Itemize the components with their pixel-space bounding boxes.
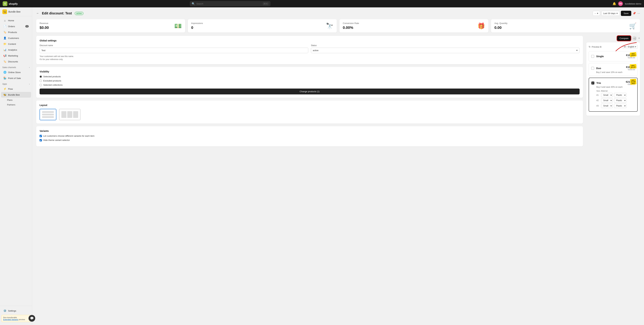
- sales-channels-label: Sales channels: [2, 66, 16, 68]
- refresh-icon[interactable]: ↻: [589, 46, 591, 48]
- back-button[interactable]: ←: [36, 12, 39, 15]
- sidebar-item-customers[interactable]: 👤 Customers: [1, 35, 31, 41]
- status-label: Status: [311, 44, 580, 46]
- visibility-option-selected-products[interactable]: Selected products: [40, 75, 580, 78]
- trio-variants: Size, Material #1 Small Plastic #2 Small…: [591, 90, 635, 108]
- search-input[interactable]: [196, 2, 262, 5]
- discount-name-input[interactable]: [40, 48, 308, 53]
- sidebar-item-label: Customers: [8, 37, 19, 40]
- radio-selected-collections[interactable]: [40, 84, 42, 86]
- global-settings-title: Global settings: [40, 39, 580, 42]
- sidebar-item-partners[interactable]: Partners: [1, 102, 31, 107]
- sidebar-item-orders[interactable]: 📄 Orders 4: [1, 24, 31, 29]
- change-products-button[interactable]: Change products (1): [40, 88, 580, 94]
- status-select[interactable]: active inactive: [311, 48, 580, 53]
- sidebar-item-label: Orders: [8, 25, 15, 28]
- avatar[interactable]: BN: [618, 1, 623, 6]
- topbar-right: 🔔 BN bundlebee-demo: [612, 1, 641, 6]
- trio-size-select-1[interactable]: Small: [601, 93, 613, 97]
- sidebar-brand: 🐝 Bundle Bee: [0, 8, 32, 16]
- shopify-logo: S shopify: [3, 1, 18, 6]
- add-preview-button[interactable]: +: [638, 36, 640, 40]
- sidebar-item-products[interactable]: 🏷️ Products: [1, 29, 31, 35]
- date-range-selector[interactable]: Last 30 days ▾: [602, 11, 620, 16]
- pin-icon[interactable]: 📌: [632, 12, 636, 15]
- sidebar-item-flow[interactable]: ⚡ Flow: [1, 86, 31, 92]
- sidebar-item-home[interactable]: ⌂ Home: [1, 18, 31, 23]
- sidebar-item-settings[interactable]: ⚙️ Settings: [1, 308, 31, 314]
- save-button[interactable]: Save: [621, 11, 631, 16]
- orders-icon: 📄: [3, 25, 6, 28]
- sidebar-item-online-store[interactable]: 🌐 Online Store: [1, 70, 31, 75]
- language-selector[interactable]: en - English ▾: [622, 45, 638, 49]
- radio-excluded-products[interactable]: [40, 80, 42, 82]
- apps-expand-icon[interactable]: ›: [29, 83, 30, 85]
- trio-size-select-3[interactable]: Small: [601, 104, 613, 108]
- trio-material-select-3[interactable]: Plastic: [614, 104, 626, 108]
- sidebar-item-analytics[interactable]: 📊 Analytics: [1, 47, 31, 53]
- trio-material-select-2[interactable]: Plastic: [614, 98, 626, 103]
- more-options-button[interactable]: ··· ▾: [593, 11, 600, 16]
- trio-variant-row-1: #1 Small Plastic: [596, 93, 635, 97]
- sidebar-item-label: Discounts: [8, 60, 18, 63]
- sidebar-item-marketing[interactable]: 📢 Marketing: [1, 53, 31, 58]
- trio-variant-label: Size, Material: [596, 90, 635, 92]
- settings-icon: ⚙️: [3, 309, 6, 312]
- page-more-icon[interactable]: ⋯: [637, 12, 640, 15]
- footer-banner-link[interactable]: Extended Variants: [3, 318, 18, 320]
- bundle-card-single: BESTCHOICE Single €100.00 €105.00: [589, 51, 638, 62]
- online-store-icon: 🌐: [3, 71, 6, 74]
- checkbox-hide-selector[interactable]: [40, 139, 42, 141]
- layout-option-stacked[interactable]: [40, 109, 56, 120]
- sidebar-item-bundle-bee[interactable]: 🐝 Bundle Bee: [1, 92, 31, 98]
- col2: [67, 111, 72, 118]
- trio-checkbox[interactable]: ✓: [591, 82, 594, 84]
- variant-option-hide[interactable]: Hide theme variant selector: [40, 139, 580, 141]
- sidebar-item-content[interactable]: 📁 Content: [1, 41, 31, 47]
- trio-material-select-1[interactable]: Plastic: [614, 93, 626, 97]
- compare-button[interactable]: Compare: [617, 36, 631, 41]
- revenue-icon: 💵: [174, 22, 182, 30]
- layout-option-columns[interactable]: [59, 109, 80, 120]
- sidebar-item-label: Flow: [8, 88, 13, 90]
- layout-options: [40, 109, 580, 120]
- search-bar[interactable]: 🔍 ⌘ K: [190, 1, 270, 6]
- date-range-label: Last 30 days: [603, 12, 616, 14]
- col3: [73, 111, 78, 118]
- apps-header: Apps ›: [0, 81, 32, 86]
- sidebar-item-discounts[interactable]: 🏷️ Discounts: [1, 59, 31, 64]
- excluded-products-label: Excluded products: [43, 80, 61, 82]
- single-checkbox[interactable]: [591, 55, 594, 58]
- duo-checkbox[interactable]: [591, 67, 594, 70]
- sidebar-item-plans[interactable]: Plans: [1, 98, 31, 102]
- columns-layout-icon: [62, 111, 78, 118]
- chat-button[interactable]: 💬: [28, 315, 35, 322]
- visibility-option-excluded-products[interactable]: Excluded products: [40, 80, 580, 82]
- expand-icon[interactable]: ›: [29, 66, 30, 68]
- variant-num-2: #2: [596, 99, 600, 102]
- variant-num-3: #3: [596, 105, 600, 107]
- variant-option-different[interactable]: Let customers choose different variants …: [40, 135, 580, 137]
- checkbox-different-variants[interactable]: [40, 135, 42, 137]
- conversion-label: Conversion Rate: [343, 22, 359, 24]
- layout-title: Layout: [40, 104, 580, 106]
- variants-card: Variants Let customers choose different …: [36, 126, 583, 146]
- trio-bundle-header: ✓ Trio €210.00 €300.00: [591, 80, 635, 86]
- search-icon: 🔍: [192, 2, 195, 5]
- lang-chevron-icon: ▾: [635, 46, 636, 48]
- line3: [42, 116, 54, 118]
- stat-info-conversion: Conversion Rate 0.00%: [343, 22, 359, 30]
- trio-size-select-2[interactable]: Small: [601, 98, 613, 103]
- visibility-option-selected-collections[interactable]: Selected collections: [40, 84, 580, 86]
- stat-card-revenue: Revenue $0.00 💵: [36, 19, 185, 32]
- trio-badge: DEALOF THEWEEK: [630, 79, 636, 85]
- radio-selected-products[interactable]: [40, 76, 42, 78]
- notification-icon[interactable]: 🔔: [612, 2, 616, 6]
- bundle-card-trio: DEALOF THEWEEK ✓ Trio €210.00 €300.00 Bu…: [589, 78, 638, 112]
- sidebar-item-point-of-sale[interactable]: 🏪 Point of Sale: [1, 75, 31, 81]
- stats-row: Revenue $0.00 💵 Impressions 0 🔭 Conversi…: [36, 19, 640, 32]
- sidebar-item-label: Products: [8, 31, 17, 34]
- keyboard-shortcut: ⌘ K: [263, 2, 268, 5]
- preview-toggle-button[interactable]: ◁: [632, 36, 637, 41]
- revenue-label: Revenue: [40, 22, 49, 24]
